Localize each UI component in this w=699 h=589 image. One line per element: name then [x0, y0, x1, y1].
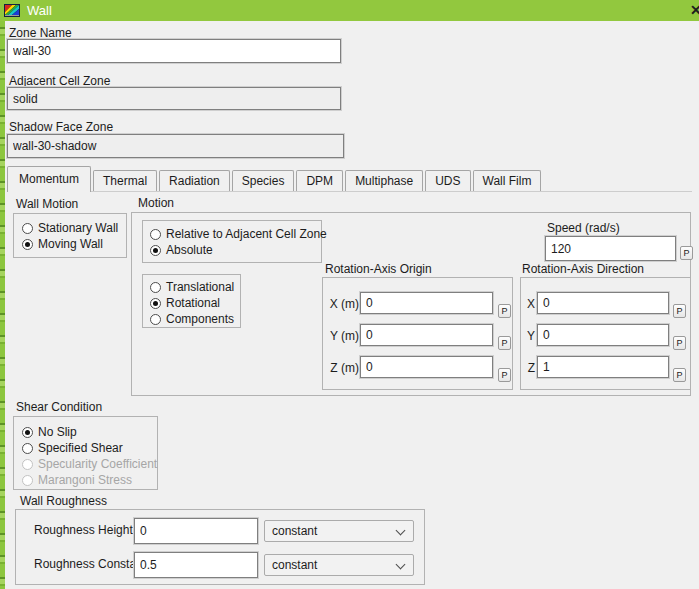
radio-button-icon — [150, 229, 161, 240]
radio-label: Translational — [166, 280, 234, 294]
close-icon[interactable]: ✕ — [690, 2, 699, 18]
zone-name-input[interactable] — [7, 39, 341, 63]
radio-label: Specified Shear — [38, 441, 123, 455]
zone-name-label: Zone Name — [9, 26, 72, 40]
radio-label: Absolute — [166, 243, 213, 257]
tab-species[interactable]: Species — [232, 170, 295, 191]
origin-x-input[interactable] — [360, 292, 493, 314]
tab-bar: Momentum Thermal Radiation Species DPM M… — [7, 166, 692, 192]
origin-y-label: Y (m) — [328, 329, 359, 343]
radio-absolute[interactable]: Absolute — [150, 242, 321, 258]
chevron-down-icon — [396, 560, 406, 570]
motion-reference-box: Relative to Adjacent Cell Zone Absolute — [142, 220, 322, 263]
tab-thermal[interactable]: Thermal — [93, 170, 157, 191]
radio-button-icon — [22, 459, 33, 470]
radio-no-slip[interactable]: No Slip — [22, 424, 157, 440]
shear-condition-group-label: Shear Condition — [16, 400, 102, 414]
origin-y-input[interactable] — [360, 324, 493, 346]
motion-type-box: Translational Rotational Components — [142, 274, 241, 328]
radio-button-icon — [22, 239, 33, 250]
wall-motion-group: Stationary Wall Moving Wall — [13, 213, 127, 258]
radio-specified-shear[interactable]: Specified Shear — [22, 440, 157, 456]
rotation-axis-origin-group: X (m) P Y (m) P Z (m) P — [322, 277, 513, 390]
radio-label: No Slip — [38, 425, 77, 439]
origin-y-parameter-button[interactable]: P — [498, 336, 511, 350]
direction-x-input[interactable] — [537, 292, 669, 314]
speed-label: Speed (rad/s) — [547, 221, 620, 235]
direction-x-parameter-button[interactable]: P — [673, 304, 686, 318]
radio-rotational[interactable]: Rotational — [150, 295, 240, 311]
radio-button-icon — [22, 427, 33, 438]
tab-wall-film[interactable]: Wall Film — [473, 170, 542, 191]
tab-uds[interactable]: UDS — [425, 170, 470, 191]
roughness-height-input[interactable] — [134, 518, 258, 544]
radio-label: Rotational — [166, 296, 220, 310]
radio-button-icon — [22, 223, 33, 234]
tab-dpm[interactable]: DPM — [296, 170, 343, 191]
wall-dialog: { "window": { "title": "Wall", "close_gl… — [0, 0, 699, 589]
radio-button-icon — [150, 314, 161, 325]
radio-button-icon — [22, 443, 33, 454]
rotation-axis-direction-group: X P Y P Z P — [520, 277, 691, 390]
origin-z-label: Z (m) — [328, 361, 359, 375]
radio-moving-wall[interactable]: Moving Wall — [22, 236, 126, 252]
adjacent-cell-zone-field — [7, 87, 341, 110]
radio-button-icon — [150, 298, 161, 309]
roughness-constant-label: Roughness Constant — [34, 557, 146, 571]
origin-z-parameter-button[interactable]: P — [498, 368, 511, 382]
radio-button-icon — [150, 282, 161, 293]
roughness-constant-profile-dropdown[interactable]: constant — [264, 554, 414, 576]
tab-radiation[interactable]: Radiation — [159, 170, 230, 191]
direction-z-label: Z — [525, 361, 535, 375]
direction-y-parameter-button[interactable]: P — [673, 336, 686, 350]
contour-plot-icon — [4, 4, 20, 17]
roughness-height-label: Roughness Height (m) — [34, 523, 146, 537]
radio-translational[interactable]: Translational — [150, 279, 240, 295]
adjacent-cell-zone-label: Adjacent Cell Zone — [9, 74, 110, 88]
shadow-face-zone-label: Shadow Face Zone — [9, 120, 113, 134]
radio-label: Marangoni Stress — [38, 473, 132, 487]
chevron-down-icon — [396, 526, 406, 536]
direction-x-label: X — [525, 297, 535, 311]
dropdown-value: constant — [272, 558, 317, 572]
direction-y-label: Y — [525, 329, 535, 343]
radio-specularity-coefficient: Specularity Coefficient — [22, 456, 157, 472]
radio-button-icon — [22, 475, 33, 486]
radio-label: Stationary Wall — [38, 221, 118, 235]
roughness-height-profile-dropdown[interactable]: constant — [264, 520, 414, 542]
wall-roughness-group: Roughness Height (m) constant Roughness … — [15, 509, 425, 585]
rotation-axis-direction-label: Rotation-Axis Direction — [522, 262, 644, 276]
radio-relative-to-adjacent-cell-zone[interactable]: Relative to Adjacent Cell Zone — [150, 226, 321, 242]
roughness-constant-input[interactable] — [134, 552, 258, 578]
tab-multiphase[interactable]: Multiphase — [345, 170, 423, 191]
tab-momentum[interactable]: Momentum — [7, 166, 91, 192]
wall-roughness-group-label: Wall Roughness — [20, 494, 107, 508]
motion-group-label: Motion — [138, 196, 174, 210]
wall-motion-group-label: Wall Motion — [16, 197, 78, 211]
window-title: Wall — [27, 3, 52, 18]
radio-label: Moving Wall — [38, 237, 103, 251]
origin-x-label: X (m) — [328, 297, 359, 311]
radio-label: Components — [166, 312, 234, 326]
radio-label: Relative to Adjacent Cell Zone — [166, 227, 327, 241]
direction-z-parameter-button[interactable]: P — [673, 368, 686, 382]
radio-components[interactable]: Components — [150, 311, 240, 327]
origin-x-parameter-button[interactable]: P — [498, 304, 511, 318]
dropdown-value: constant — [272, 524, 317, 538]
speed-parameter-button[interactable]: P — [680, 246, 693, 260]
radio-marangoni-stress: Marangoni Stress — [22, 472, 157, 488]
radio-stationary-wall[interactable]: Stationary Wall — [22, 220, 126, 236]
direction-y-input[interactable] — [537, 324, 669, 346]
speed-input[interactable] — [545, 236, 676, 261]
origin-z-input[interactable] — [360, 356, 493, 378]
titlebar: Wall — [0, 0, 699, 21]
radio-button-icon — [150, 245, 161, 256]
rotation-axis-origin-label: Rotation-Axis Origin — [325, 262, 432, 276]
shear-condition-group: No Slip Specified Shear Specularity Coef… — [13, 416, 158, 490]
shadow-face-zone-field — [7, 134, 344, 158]
radio-label: Specularity Coefficient — [38, 457, 157, 471]
direction-z-input[interactable] — [537, 356, 669, 378]
background-graphics-sliver — [0, 21, 5, 589]
